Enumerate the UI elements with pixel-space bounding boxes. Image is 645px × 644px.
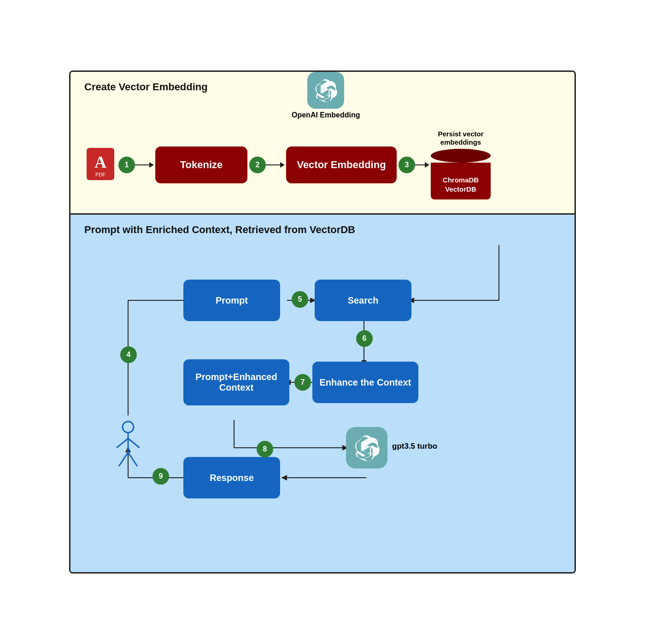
user-stick-figure [110,420,147,477]
openai-embedding-label: OpenAI Embedding [292,111,360,119]
step-4-circle: 4 [120,346,137,363]
chroma-top-label: Persist vector embeddings [438,130,483,146]
svg-line-26 [128,439,140,448]
prompt-box: Prompt [183,280,280,321]
arrow-2 [266,164,284,165]
svg-line-25 [117,439,128,448]
step-3-circle: 3 [399,157,415,173]
svg-line-27 [119,452,128,466]
main-container: Create Vector Embedding OpenAI Embedding… [69,70,576,574]
top-flow: A PDF 1 Tokenize 2 Vector Embedding 3 [84,130,561,199]
response-box: Response [183,457,280,498]
bottom-flow: 4 Prompt 5 Search 6 Enhance the Context … [84,245,561,558]
gpt-openai-logo [346,427,387,468]
chromadb-container: Persist vector embeddings ChromaDBVector… [431,130,491,199]
bottom-section-title: Prompt with Enriched Context, Retrieved … [84,224,561,236]
svg-marker-19 [281,475,287,480]
bottom-section: Prompt with Enriched Context, Retrieved … [70,215,575,572]
pdf-icon: A PDF [84,146,117,184]
step-7-circle: 7 [294,374,311,391]
prompt-enhanced-box: Prompt+Enhanced Context [183,359,289,405]
tokenize-box: Tokenize [155,146,247,183]
openai-embed-container: OpenAI Embedding [292,72,360,119]
step-8-circle: 8 [257,441,273,457]
svg-text:PDF: PDF [95,172,106,177]
step-9-circle: 9 [152,468,169,485]
openai-logo [307,72,344,109]
step-1-circle: 1 [118,157,135,173]
arrow-1 [135,164,153,165]
gpt-label: gpt3.5 turbo [392,442,437,451]
cylinder-body: ChromaDBVectorDB [431,163,491,199]
svg-line-28 [128,452,137,466]
enhance-context-box: Enhance the Context [312,362,418,403]
step-5-circle: 5 [292,291,308,308]
svg-text:A: A [94,153,106,171]
chromadb-cylinder: ChromaDBVectorDB [431,149,491,199]
svg-point-23 [123,422,134,433]
step-6-circle: 6 [356,330,373,347]
arrow-3 [415,164,429,165]
cylinder-top [431,149,491,163]
vector-embedding-box: Vector Embedding [286,146,397,183]
step-2-circle: 2 [249,157,266,173]
cylinder-text: ChromaDBVectorDB [443,169,479,193]
top-section: Create Vector Embedding OpenAI Embedding… [70,72,575,215]
search-box: Search [315,280,411,321]
